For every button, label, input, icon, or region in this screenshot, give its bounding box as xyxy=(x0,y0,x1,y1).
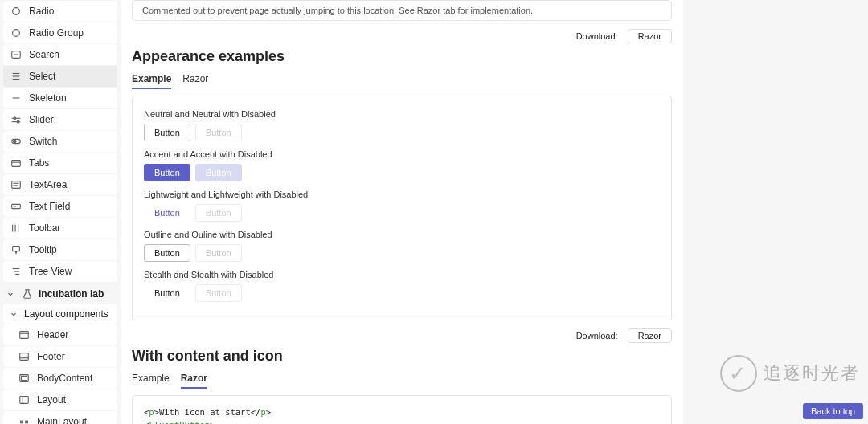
slider-icon xyxy=(10,113,23,126)
example-label: Accent and Accent with Disabled xyxy=(144,149,660,159)
button-row-lightweight: ButtonButton xyxy=(144,204,660,222)
lightweight-button[interactable]: Button xyxy=(144,204,190,222)
lightweight-button-disabled: Button xyxy=(195,204,242,222)
button-row-outline: ButtonButton xyxy=(144,244,660,262)
sidebar-item-skeleton[interactable]: Skeleton xyxy=(3,88,117,108)
code-card: <p>With icon at start</p> <FluentButton>… xyxy=(132,395,672,424)
tooltip-icon xyxy=(10,243,23,256)
svg-rect-34 xyxy=(22,376,27,380)
outline-button[interactable]: Button xyxy=(144,244,190,262)
tab-example-2[interactable]: Example xyxy=(132,369,170,389)
sidebar-item-tabs[interactable]: Tabs xyxy=(3,153,117,173)
sidebar-item-label: Slider xyxy=(29,114,54,125)
sidebar-item-label: Text Field xyxy=(29,201,70,212)
tab-razor-2[interactable]: Razor xyxy=(181,369,207,389)
download-option[interactable]: Razor xyxy=(628,29,672,43)
sidebar-item-label: Switch xyxy=(29,136,57,147)
sidebar-item-label: BodyContent xyxy=(37,373,92,384)
sidebar-item-label: Select xyxy=(29,71,55,82)
button-row-accent: ButtonButton xyxy=(144,164,660,181)
textarea-icon xyxy=(10,178,23,191)
back-to-top-button[interactable]: Back to top xyxy=(803,403,863,419)
svg-rect-16 xyxy=(12,181,21,189)
right-gutter: ✓ 追逐时光者 Back to top xyxy=(683,0,868,424)
example-label: Neutral and Neutral with Disabled xyxy=(144,109,660,119)
watermark: ✓ 追逐时光者 xyxy=(720,355,860,392)
sidebar-group-label: Incubation lab xyxy=(39,288,104,300)
accent-button-disabled: Button xyxy=(195,164,242,181)
info-banner: Commented out to prevent page actually j… xyxy=(132,0,672,21)
example-label: Stealth and Stealth with Disabled xyxy=(144,270,660,279)
svg-rect-37 xyxy=(21,421,23,423)
body-icon xyxy=(18,372,31,385)
sidebar-item-label: Radio Group xyxy=(29,27,84,39)
neutral-button[interactable]: Button xyxy=(144,124,190,141)
chevron-down-icon xyxy=(6,289,16,299)
sidebar-subgroup-layout-components[interactable]: Layout components xyxy=(3,304,117,324)
sidebar-item-label: Toolbar xyxy=(29,222,60,234)
sidebar-item-select[interactable]: Select xyxy=(3,66,117,87)
download-label: Download: xyxy=(576,331,618,340)
svg-rect-14 xyxy=(12,161,21,167)
sidebar-item-label: Tooltip xyxy=(29,244,57,255)
sidebar-subgroup-label: Layout components xyxy=(24,308,108,320)
section-content-icon-title: With content and icon xyxy=(132,348,672,365)
sidebar-item-header[interactable]: Header xyxy=(3,324,117,345)
sidebar-item-label: Header xyxy=(37,329,68,340)
accent-button[interactable]: Button xyxy=(144,164,190,181)
sidebar-item-label: Tree View xyxy=(29,266,72,277)
button-row-neutral: ButtonButton xyxy=(144,124,660,141)
button-row-stealth: ButtonButton xyxy=(144,284,660,302)
sidebar: RadioRadio GroupSearchSelectSkeletonSlid… xyxy=(0,0,121,424)
stealth-button[interactable]: Button xyxy=(144,284,190,302)
sidebar-item-layout[interactable]: Layout xyxy=(3,389,117,410)
textfield-icon xyxy=(10,200,23,213)
download-option[interactable]: Razor xyxy=(628,328,672,343)
svg-rect-35 xyxy=(20,397,29,404)
layout-icon xyxy=(18,393,31,406)
outline-button-disabled: Button xyxy=(195,244,242,262)
sidebar-item-toolbar[interactable]: Toolbar xyxy=(3,218,117,238)
sidebar-item-label: Search xyxy=(29,49,59,60)
switch-icon xyxy=(10,135,23,148)
svg-rect-29 xyxy=(20,332,29,339)
svg-rect-38 xyxy=(26,421,28,423)
main-content: Commented out to prevent page actually j… xyxy=(121,0,683,424)
tab-razor[interactable]: Razor xyxy=(182,70,208,89)
sidebar-item-tree-view[interactable]: Tree View xyxy=(3,261,117,282)
sidebar-item-tooltip[interactable]: Tooltip xyxy=(3,239,117,260)
sidebar-item-switch[interactable]: Switch xyxy=(3,131,117,152)
download-row-1: Download: Razor xyxy=(132,29,672,43)
tab-example[interactable]: Example xyxy=(132,70,171,89)
sidebar-item-slider[interactable]: Slider xyxy=(3,109,117,130)
toolbar-icon xyxy=(10,222,23,234)
sidebar-item-search[interactable]: Search xyxy=(3,44,117,65)
sidebar-item-footer[interactable]: Footer xyxy=(3,346,117,367)
section2-tabs: Example Razor xyxy=(132,369,672,389)
watermark-icon: ✓ xyxy=(720,355,757,392)
sidebar-item-text-field[interactable]: Text Field xyxy=(3,196,117,217)
code-block: <p>With icon at start</p> <FluentButton>… xyxy=(144,406,660,424)
download-label: Download: xyxy=(576,31,618,41)
header-icon xyxy=(18,328,31,341)
chevron-down-icon xyxy=(10,309,19,319)
watermark-text: 追逐时光者 xyxy=(764,361,860,385)
neutral-button-disabled: Button xyxy=(195,124,242,141)
sidebar-item-mainlayout[interactable]: MainLayout xyxy=(3,411,117,424)
svg-rect-24 xyxy=(13,247,20,251)
sidebar-item-label: MainLayout xyxy=(37,416,87,424)
appearance-card: Neutral and Neutral with DisabledButtonB… xyxy=(132,96,672,320)
sidebar-item-label: Layout xyxy=(37,394,66,406)
sidebar-item-bodycontent[interactable]: BodyContent xyxy=(3,368,117,389)
sidebar-item-radio-group[interactable]: Radio Group xyxy=(3,22,117,43)
mainlayout-icon xyxy=(18,415,31,424)
svg-point-13 xyxy=(14,140,17,143)
example-label: Outline and Ouline with Disabled xyxy=(144,230,660,239)
footer-icon xyxy=(18,350,31,363)
svg-point-1 xyxy=(13,30,20,37)
sidebar-group-incubation-lab[interactable]: Incubation lab xyxy=(3,283,117,304)
sidebar-item-label: Radio xyxy=(29,6,54,17)
sidebar-item-radio[interactable]: Radio xyxy=(3,1,117,22)
sidebar-item-textarea[interactable]: TextArea xyxy=(3,174,117,195)
sidebar-item-label: Footer xyxy=(37,351,65,362)
